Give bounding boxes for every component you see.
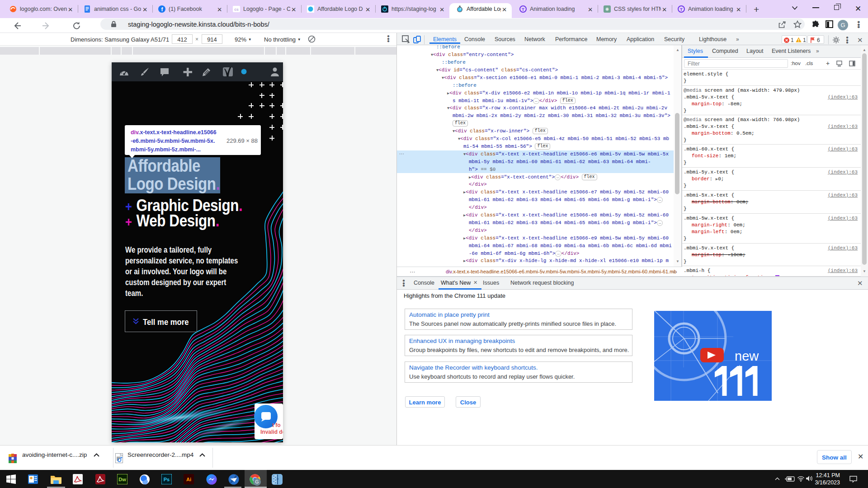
svg-text:Ps: Ps	[164, 477, 170, 482]
svg-text:!: !	[811, 38, 812, 41]
svg-text:new: new	[735, 349, 759, 363]
svg-text:Ai: Ai	[186, 477, 191, 482]
svg-text:Dw: Dw	[118, 477, 126, 482]
svg-text:cs: cs	[234, 7, 239, 12]
svg-text:T: T	[680, 7, 683, 12]
svg-text:T: T	[522, 7, 524, 12]
svg-text:❋: ❋	[605, 7, 609, 12]
